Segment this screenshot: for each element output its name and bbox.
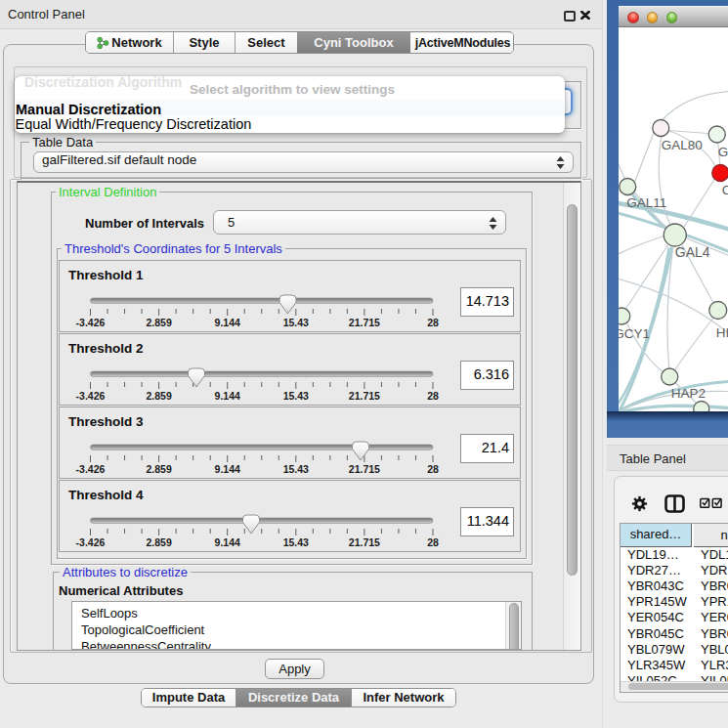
svg-text:9.144: 9.144 bbox=[215, 317, 240, 328]
svg-text:28: 28 bbox=[427, 317, 439, 328]
svg-text:15.43: 15.43 bbox=[283, 463, 309, 475]
svg-text:21.715: 21.715 bbox=[349, 536, 380, 548]
svg-text:GAL80: GAL80 bbox=[661, 137, 702, 151]
svg-text:-3.426: -3.426 bbox=[76, 390, 106, 402]
svg-text:GAL4: GAL4 bbox=[674, 243, 709, 259]
svg-text:15.43: 15.43 bbox=[283, 317, 309, 328]
svg-text:9.144: 9.144 bbox=[215, 390, 240, 402]
svg-text:2.859: 2.859 bbox=[146, 536, 171, 548]
svg-text:HI: HI bbox=[715, 324, 728, 339]
svg-text:GAL11: GAL11 bbox=[626, 194, 666, 209]
svg-text:GCY1: GCY1 bbox=[619, 325, 650, 340]
svg-text:28: 28 bbox=[427, 536, 439, 548]
svg-text:GA: GA bbox=[717, 144, 728, 158]
svg-text:28: 28 bbox=[427, 463, 439, 475]
svg-text:-3.426: -3.426 bbox=[76, 317, 106, 328]
svg-text:28: 28 bbox=[427, 390, 439, 402]
svg-text:-3.426: -3.426 bbox=[76, 463, 106, 475]
svg-text:9.144: 9.144 bbox=[215, 536, 240, 548]
svg-text:CY: CY bbox=[721, 182, 728, 196]
svg-text:15.43: 15.43 bbox=[283, 536, 309, 548]
svg-text:21.715: 21.715 bbox=[349, 390, 380, 402]
svg-text:2.859: 2.859 bbox=[146, 317, 171, 328]
svg-text:HAP2: HAP2 bbox=[670, 385, 705, 400]
svg-text:9.144: 9.144 bbox=[215, 463, 240, 475]
svg-text:2.859: 2.859 bbox=[146, 390, 171, 402]
svg-text:-3.426: -3.426 bbox=[76, 536, 106, 548]
svg-text:21.715: 21.715 bbox=[349, 463, 380, 475]
svg-text:2.859: 2.859 bbox=[146, 463, 171, 475]
svg-text:15.43: 15.43 bbox=[283, 390, 309, 402]
svg-text:21.715: 21.715 bbox=[349, 317, 380, 328]
